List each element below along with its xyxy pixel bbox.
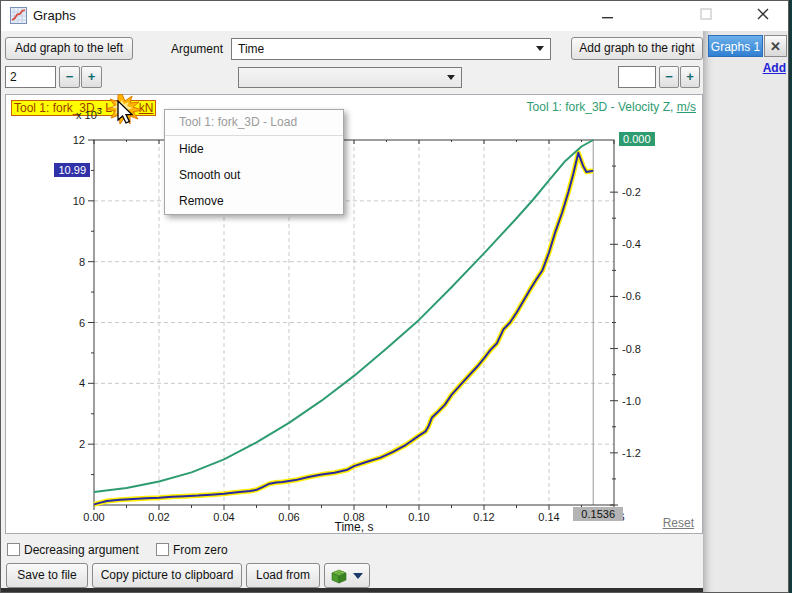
y-left-tick-label: 6 xyxy=(79,317,85,329)
menu-item-hide[interactable]: Hide xyxy=(165,136,343,162)
count-left-minus-button[interactable]: − xyxy=(59,66,80,88)
y-left-tick-label: 12 xyxy=(73,134,85,146)
add-graph-left-button[interactable]: Add graph to the left xyxy=(5,37,133,60)
add-graph-right-button[interactable]: Add graph to the right xyxy=(571,37,703,60)
app-chart-icon xyxy=(10,7,27,24)
count-right-minus-button[interactable]: − xyxy=(659,66,679,88)
save-to-file-button[interactable]: Save to file xyxy=(6,563,88,588)
decreasing-argument-label: Decreasing argument xyxy=(24,543,139,557)
graphs-sidebar: Graphs 1 ✕ Add xyxy=(703,31,789,593)
mouse-cursor-click-burst xyxy=(102,94,146,134)
plugin-dropdown-button[interactable] xyxy=(324,563,370,588)
minimize-button[interactable] xyxy=(593,4,623,27)
graph-widget: 0.000.020.040.060.080.100.120.140.162468… xyxy=(5,94,703,534)
x-axis-title: Time, s xyxy=(94,520,614,534)
chevron-down-icon xyxy=(353,573,363,579)
argument-label: Argument xyxy=(171,42,223,56)
curve-count-left-input[interactable]: 2 xyxy=(5,66,56,88)
secondary-combobox[interactable] xyxy=(238,67,462,88)
tab-close-button[interactable]: ✕ xyxy=(764,35,787,57)
count-left-plus-button[interactable]: + xyxy=(81,66,102,88)
marker-load-value: 10.99 xyxy=(54,163,90,177)
y-right-tick-label: -0.4 xyxy=(622,238,641,250)
minimize-icon xyxy=(602,8,614,20)
y-left-tick-label: 2 xyxy=(79,438,85,450)
marker-time-value: 0.1536 xyxy=(573,507,623,521)
y-left-tick-label: 8 xyxy=(79,256,85,268)
from-zero-checkbox[interactable] xyxy=(156,543,169,556)
series-context-menu: Tool 1: fork_3D - Load Hide Smooth out R… xyxy=(164,109,344,215)
close-icon xyxy=(757,8,769,20)
curve-count-right-input[interactable] xyxy=(618,66,656,88)
toolbar: Add graph to the left Argument Time Add … xyxy=(1,31,703,94)
marker-velocity-value: 0.000 xyxy=(619,132,655,146)
close-icon: ✕ xyxy=(770,39,781,54)
chart-canvas: 0.000.020.040.060.080.100.120.140.162468… xyxy=(6,95,702,533)
velocity-unit-link[interactable]: m/s xyxy=(677,100,696,114)
window-bottom-edge xyxy=(1,588,703,593)
menu-item-remove[interactable]: Remove xyxy=(165,188,343,214)
y-left-tick-label: 10 xyxy=(73,195,85,207)
context-menu-header: Tool 1: fork_3D - Load xyxy=(165,110,343,136)
y-right-tick-label: -1.2 xyxy=(622,447,641,459)
footer: Decreasing argument From zero Save to fi… xyxy=(1,537,703,588)
y-right-tick-label: -0.2 xyxy=(622,186,641,198)
y-right-tick-label: -0.8 xyxy=(622,343,641,355)
argument-combobox[interactable]: Time xyxy=(231,38,551,60)
count-right-plus-button[interactable]: + xyxy=(680,66,700,88)
argument-combobox-value: Time xyxy=(238,42,264,56)
brick-icon xyxy=(329,567,349,584)
tab-graphs-1[interactable]: Graphs 1 xyxy=(708,35,763,57)
decreasing-argument-checkbox[interactable] xyxy=(7,543,20,556)
maximize-button[interactable] xyxy=(691,4,721,27)
copy-picture-button[interactable]: Copy picture to clipboard xyxy=(92,563,242,588)
y-right-tick-label: -1.0 xyxy=(622,395,641,407)
chevron-down-icon xyxy=(447,75,455,80)
maximize-icon xyxy=(700,8,712,20)
left-axis-scale-label: x 103 xyxy=(76,106,102,121)
reset-link[interactable]: Reset xyxy=(663,516,694,530)
menu-item-smooth-out[interactable]: Smooth out xyxy=(165,162,343,188)
graphs-window: Graphs Add graph to the left Argument Ti… xyxy=(0,0,789,593)
load-from-file-button[interactable]: Load from file xyxy=(246,563,320,588)
chevron-down-icon xyxy=(536,46,544,51)
close-button[interactable] xyxy=(748,4,778,27)
velocity-series-label[interactable]: Tool 1: fork_3D - Velocity Z, m/s xyxy=(527,100,696,114)
from-zero-label: From zero xyxy=(173,543,228,557)
y-right-tick-label: -0.6 xyxy=(622,290,641,302)
title-bar: Graphs xyxy=(1,1,788,32)
y-left-tick-label: 4 xyxy=(79,377,85,389)
window-title: Graphs xyxy=(33,8,76,23)
add-graph-link[interactable]: Add xyxy=(763,61,786,75)
